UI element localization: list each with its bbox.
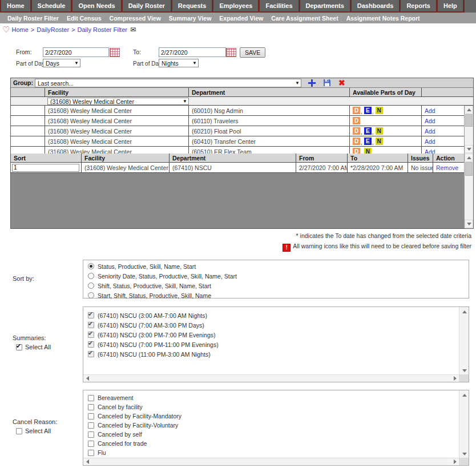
- sort-option-radio[interactable]: [88, 292, 94, 298]
- to-date-input[interactable]: [159, 47, 226, 57]
- topnav-item-reports[interactable]: Reports: [401, 0, 438, 11]
- subnav-item-assignment-notes-report[interactable]: Assignment Notes Report: [342, 15, 424, 22]
- availability-scrollbar[interactable]: [464, 106, 473, 154]
- summary-item[interactable]: (67410) NSCU (3:00 AM-7:00 AM Nights): [83, 310, 459, 320]
- cancel-reason-item[interactable]: Flu: [83, 448, 459, 457]
- summary-checkbox[interactable]: [88, 351, 94, 357]
- breadcrumb-item[interactable]: DailyRoster: [37, 26, 69, 33]
- breadcrumb-item[interactable]: Home: [11, 26, 28, 33]
- scroll-down-button[interactable]: [460, 366, 469, 374]
- sort-option-radio[interactable]: [88, 283, 94, 289]
- heart-icon: ♡: [2, 26, 10, 34]
- remove-link[interactable]: Remove: [436, 164, 458, 171]
- calendar-icon[interactable]: [226, 48, 236, 57]
- cancel-select-all-checkbox[interactable]: [16, 428, 22, 434]
- cancel-reason-checkbox[interactable]: [88, 431, 94, 438]
- add-group-icon[interactable]: [308, 78, 316, 87]
- topnav-item-home[interactable]: Home: [1, 0, 32, 11]
- sort-option[interactable]: Seniority Date, Status, Productive, Skil…: [83, 271, 469, 281]
- sort-option[interactable]: Start, Shift, Status, Productive, Skill,…: [83, 291, 469, 300]
- topnav-item-open-needs[interactable]: Open Needs: [72, 0, 122, 11]
- summary-item[interactable]: (67410) NSCU (11:00 PM-3:00 AM Nights): [83, 349, 459, 359]
- sort-option[interactable]: Shift, Status, Productive, Skill, Name, …: [83, 281, 469, 291]
- cancel-select-all[interactable]: Select All: [16, 427, 51, 434]
- part-of-day-to-select[interactable]: Nights▼: [159, 59, 199, 67]
- sort-option[interactable]: Status, Productive, Skill, Name, Start: [83, 261, 469, 271]
- topnav-item-dashboards[interactable]: Dashboards: [352, 0, 401, 11]
- cancel-reason-checkbox[interactable]: [88, 404, 94, 410]
- summary-checkbox[interactable]: [88, 332, 94, 338]
- sort-order-input[interactable]: [12, 164, 79, 172]
- scroll-thumb[interactable]: [465, 162, 473, 176]
- part-badge-d: D: [353, 127, 360, 135]
- save-group-icon[interactable]: [323, 78, 331, 87]
- summaries-select-all-checkbox[interactable]: [16, 344, 22, 350]
- subnav-item-compressed-view[interactable]: Compressed View: [106, 15, 165, 22]
- scroll-thumb[interactable]: [465, 114, 473, 127]
- cancel-reason-item[interactable]: Cancel by facility: [83, 402, 459, 412]
- cancel-reason-checkbox[interactable]: [88, 450, 94, 456]
- summaries-hscrollbar[interactable]: [83, 374, 459, 382]
- sort-option-radio[interactable]: [88, 273, 94, 279]
- cancel-hscrollbar[interactable]: [83, 458, 459, 465]
- scroll-down-button[interactable]: [465, 145, 473, 153]
- part-of-day-from-select[interactable]: Days▼: [43, 59, 80, 67]
- from-date-input[interactable]: [43, 47, 109, 57]
- scroll-left-button[interactable]: [83, 375, 91, 382]
- subnav-item-daily-roster-filter[interactable]: Daily Roster Filter: [3, 15, 63, 22]
- scroll-up-button[interactable]: [465, 106, 473, 114]
- topnav-item-facilities[interactable]: Facilities: [260, 0, 300, 11]
- cancel-vscrollbar[interactable]: [459, 390, 469, 459]
- subnav-item-expanded-view[interactable]: Expanded View: [215, 15, 267, 22]
- scroll-up-button[interactable]: [460, 308, 469, 316]
- topnav-item-schedule[interactable]: Schedule: [32, 0, 73, 11]
- group-select[interactable]: Last search...▼: [35, 79, 301, 87]
- summary-item[interactable]: (67410) NSCU (3:00 PM-7:00 PM Evenings): [83, 330, 459, 340]
- comma-separator: ,: [372, 129, 374, 135]
- summary-checkbox[interactable]: [88, 322, 94, 328]
- add-link[interactable]: Add: [425, 107, 435, 114]
- cancel-reason-item[interactable]: Canceled for trade: [83, 439, 459, 448]
- add-link[interactable]: Add: [425, 148, 435, 154]
- cancel-reason-checkbox[interactable]: [88, 441, 94, 447]
- scroll-left-button[interactable]: [83, 458, 91, 465]
- save-button[interactable]: SAVE: [240, 47, 265, 58]
- scroll-down-button[interactable]: [460, 450, 469, 458]
- cancel-reason-checkbox[interactable]: [88, 395, 94, 401]
- topnav-item-daily-roster[interactable]: Daily Roster: [123, 0, 172, 11]
- envelope-icon[interactable]: ✉: [130, 26, 136, 34]
- subnav-item-summary-view[interactable]: Summary View: [165, 15, 216, 22]
- cancel-reason-checkbox[interactable]: [88, 422, 94, 429]
- scroll-down-button[interactable]: [465, 220, 473, 228]
- scroll-up-button[interactable]: [465, 154, 473, 162]
- breadcrumb-item[interactable]: Daily Roster Filter: [78, 26, 127, 33]
- scroll-right-button[interactable]: [451, 458, 459, 465]
- add-link[interactable]: Add: [425, 128, 435, 135]
- summary-checkbox[interactable]: [88, 312, 94, 318]
- cancel-reason-item[interactable]: Canceled by self: [83, 430, 459, 439]
- topnav-item-employees[interactable]: Employees: [213, 0, 260, 11]
- cancel-reason-checkbox[interactable]: [88, 413, 94, 419]
- summaries-select-all[interactable]: Select All: [16, 344, 51, 350]
- cancel-reason-item[interactable]: Canceled by Facility-Voluntary: [83, 421, 459, 430]
- cancel-reason-item[interactable]: Bereavement: [83, 393, 459, 402]
- subnav-item-care-assignment-sheet[interactable]: Care Assignment Sheet: [267, 15, 342, 22]
- summary-item[interactable]: (67410) NSCU (7:00 PM-11:00 PM Evenings): [83, 340, 459, 349]
- add-link[interactable]: Add: [425, 138, 435, 145]
- selected-scrollbar[interactable]: [464, 154, 473, 228]
- add-link[interactable]: Add: [425, 118, 435, 124]
- calendar-icon[interactable]: [110, 48, 120, 57]
- delete-group-icon[interactable]: ✖: [338, 78, 345, 87]
- summary-item[interactable]: (67410) NSCU (7:00 AM-3:00 PM Days): [83, 320, 459, 330]
- scroll-right-button[interactable]: [451, 375, 459, 382]
- summary-checkbox[interactable]: [88, 341, 94, 348]
- summaries-vscrollbar[interactable]: [459, 307, 469, 376]
- topnav-item-help[interactable]: Help: [438, 0, 465, 11]
- topnav-item-requests[interactable]: Requests: [172, 0, 214, 11]
- scroll-up-button[interactable]: [460, 391, 469, 399]
- cancel-reason-item[interactable]: Canceled by Facility-Mandatory: [83, 412, 459, 421]
- sort-option-radio[interactable]: [88, 263, 94, 269]
- facility-filter-select[interactable]: (31608) Wesley Medical Center▼: [47, 98, 189, 105]
- subnav-item-edit-census[interactable]: Edit Census: [63, 15, 106, 22]
- topnav-item-departments[interactable]: Departments: [300, 0, 352, 11]
